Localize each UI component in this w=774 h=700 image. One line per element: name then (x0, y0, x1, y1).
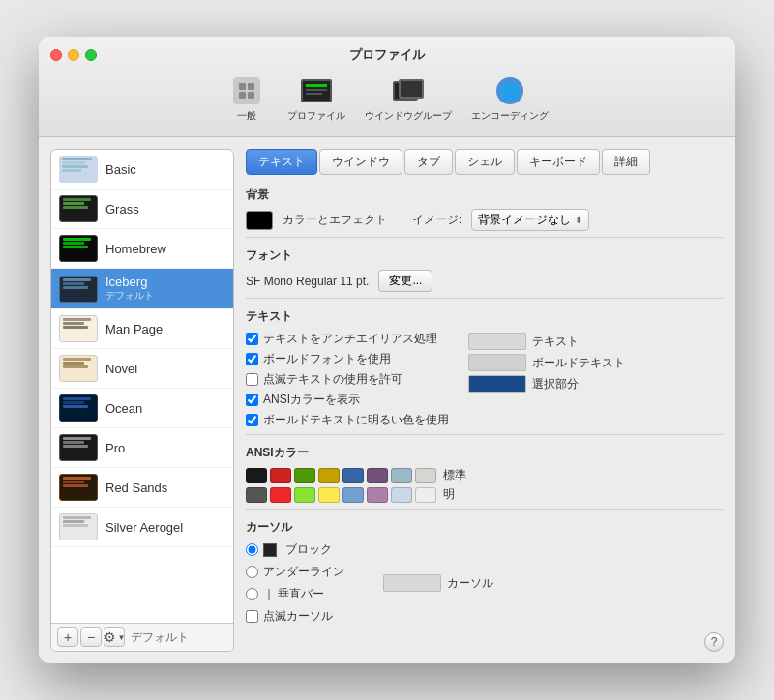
ansi-bright-5[interactable] (342, 487, 364, 503)
antialias-checkbox[interactable] (246, 333, 258, 345)
ansi-bright-4[interactable] (318, 487, 340, 503)
profile-item-pro[interactable]: Pro (51, 428, 233, 468)
tab-tab[interactable]: タブ (404, 149, 453, 175)
cursor-block-row[interactable]: ブロック (246, 541, 344, 558)
profile-info-grass: Grass (105, 202, 139, 217)
tab-shell[interactable]: シェル (455, 149, 515, 175)
ansi-std-8[interactable] (415, 468, 436, 483)
bold-font-checkbox[interactable] (246, 353, 258, 365)
content: Basic Grass (39, 137, 735, 663)
divider-1 (246, 237, 724, 238)
profile-item-manpage[interactable]: Man Page (51, 309, 233, 349)
ansi-title: ANSIカラー (246, 445, 724, 461)
tab-text[interactable]: テキスト (246, 149, 317, 175)
profile-items: Basic Grass (51, 150, 233, 623)
profile-name-homebrew: Homebrew (105, 242, 166, 256)
text-checkboxes: テキストをアンチエイリアス処理 ボールドフォントを使用 点滅テキストの使用を許可… (246, 331, 449, 428)
add-icon: + (64, 629, 72, 645)
remove-profile-button[interactable]: − (80, 627, 102, 647)
dropdown-value: 背景イメージなし (478, 212, 571, 228)
select-preview-item: 選択部分 (468, 375, 625, 393)
checkbox-blink-text[interactable]: 点滅テキストの使用を許可 (246, 371, 449, 388)
toolbar-profile[interactable]: プロファイル (280, 72, 353, 127)
profile-sub-iceberg: デフォルト (105, 289, 154, 303)
tab-keyboard[interactable]: キーボード (517, 149, 600, 175)
ansi-color-checkbox[interactable] (246, 394, 258, 406)
tab-window[interactable]: ウインドウ (319, 149, 402, 175)
ansi-bright-6[interactable] (367, 487, 388, 503)
general-icon (231, 75, 262, 106)
bold-preview-label: ボールドテキスト (532, 355, 625, 371)
profile-thumb-manpage (59, 315, 98, 342)
ansi-std-6[interactable] (367, 468, 388, 483)
profile-item-redsands[interactable]: Red Sands (51, 468, 233, 508)
toolbar-general[interactable]: 一般 (218, 72, 276, 127)
checkbox-bold-bright[interactable]: ボールドテキストに明るい色を使用 (246, 412, 449, 428)
ansi-bright-3[interactable] (294, 487, 315, 503)
cursor-vbar-radio[interactable] (246, 588, 258, 600)
toolbar-encoding[interactable]: 🌐 エンコーディング (463, 72, 556, 127)
blink-text-checkbox[interactable] (246, 373, 258, 386)
toolbar-window-group[interactable]: ウインドウグループ (357, 72, 460, 127)
cursor-preview: カーソル (383, 541, 493, 625)
ansi-std-3[interactable] (294, 468, 315, 483)
cursor-block-label: ブロック (285, 541, 332, 558)
ansi-std-7[interactable] (391, 468, 412, 483)
ansi-bright-1[interactable] (246, 487, 267, 503)
background-title: 背景 (246, 187, 724, 203)
change-font-button[interactable]: 変更... (378, 270, 432, 292)
toolbar: 一般 プロファイル (202, 72, 572, 136)
profile-info-basic: Basic (105, 162, 136, 177)
profile-info-manpage: Man Page (105, 322, 163, 336)
maximize-button[interactable] (85, 49, 97, 61)
profile-name-pro: Pro (105, 441, 125, 455)
cursor-blink-row[interactable]: 点滅カーソル (246, 608, 344, 625)
profile-info-ocean: Ocean (105, 401, 142, 416)
cursor-underline-radio[interactable] (246, 566, 258, 578)
divider-3 (246, 434, 724, 435)
profile-thumb-grass (59, 195, 98, 222)
profile-name-silveraerogel: Silver Aerogel (105, 520, 183, 535)
ansi-std-5[interactable] (342, 468, 364, 483)
profile-item-homebrew[interactable]: Homebrew (51, 229, 233, 269)
ansi-bright-7[interactable] (391, 487, 412, 503)
profile-list-footer: + − ⚙ ▼ デフォルト (51, 623, 233, 651)
profile-thumb-homebrew (59, 235, 98, 262)
cursor-vbar-row[interactable]: ｜ 垂直バー (246, 586, 344, 602)
bold-font-label: ボールドフォントを使用 (263, 351, 391, 367)
profile-item-basic[interactable]: Basic (51, 150, 233, 190)
background-color-box[interactable] (246, 211, 273, 230)
profile-name-novel: Novel (105, 362, 137, 376)
cursor-block-radio[interactable] (246, 543, 258, 556)
cursor-blink-checkbox[interactable] (246, 610, 258, 623)
select-preview-box (468, 375, 526, 393)
add-profile-button[interactable]: + (57, 627, 78, 647)
profile-item-silveraerogel[interactable]: Silver Aerogel (51, 508, 233, 547)
background-image-dropdown[interactable]: 背景イメージなし ⬍ (471, 209, 589, 231)
ansi-std-2[interactable] (270, 468, 291, 483)
ansi-bright-2[interactable] (270, 487, 291, 503)
profile-item-grass[interactable]: Grass (51, 190, 233, 229)
tab-detail[interactable]: 詳細 (602, 149, 650, 175)
profile-item-iceberg[interactable]: Iceberg デフォルト (51, 269, 233, 309)
minimize-button[interactable] (68, 49, 79, 61)
checkbox-ansi-color[interactable]: ANSIカラーを表示 (246, 392, 449, 408)
close-button[interactable] (50, 49, 62, 61)
cursor-underline-row[interactable]: アンダーライン (246, 564, 344, 580)
text-preview-item: テキスト (468, 333, 625, 350)
profile-name-iceberg: Iceberg (105, 275, 154, 289)
gear-profile-button[interactable]: ⚙ ▼ (104, 627, 125, 647)
main-window: プロファイル 一般 (39, 37, 735, 663)
bold-bright-checkbox[interactable] (246, 414, 258, 426)
ansi-std-4[interactable] (318, 468, 340, 483)
profile-item-novel[interactable]: Novel (51, 349, 233, 389)
ansi-std-1[interactable] (246, 468, 267, 483)
help-button[interactable]: ? (704, 632, 724, 652)
ansi-bright-8[interactable] (415, 487, 436, 503)
bold-preview-item: ボールドテキスト (468, 354, 625, 371)
text-previews: テキスト ボールドテキスト 選択部分 (468, 333, 625, 428)
checkbox-bold-font[interactable]: ボールドフォントを使用 (246, 351, 449, 367)
cursor-section: ブロック アンダーライン ｜ 垂直バー 点滅カーソル (246, 541, 724, 625)
profile-item-ocean[interactable]: Ocean (51, 389, 233, 428)
checkbox-antialias[interactable]: テキストをアンチエイリアス処理 (246, 331, 449, 347)
